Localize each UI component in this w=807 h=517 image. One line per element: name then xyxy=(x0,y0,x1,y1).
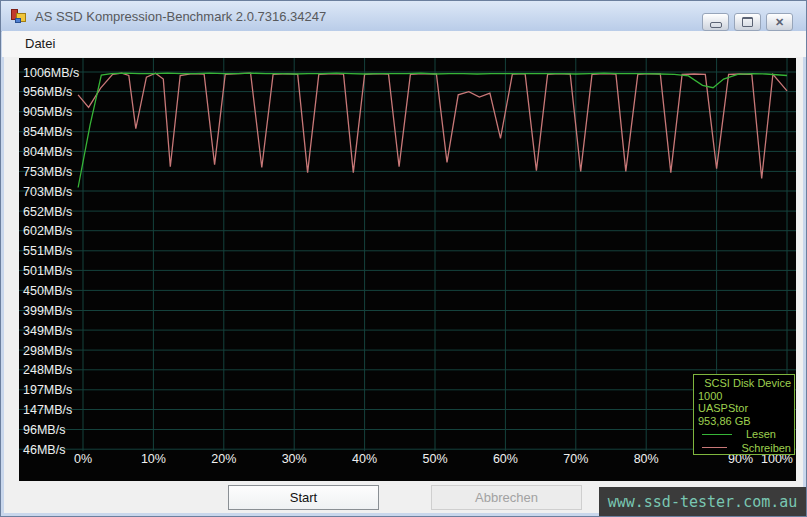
legend-driver: UASPStor xyxy=(698,402,791,415)
legend-capacity: 953,86 GB xyxy=(698,415,791,428)
y-axis-tick-label: 602MB/s xyxy=(23,224,72,238)
x-axis-tick-label: 0% xyxy=(74,452,92,466)
menu-item-datei[interactable]: Datei xyxy=(2,31,63,51)
y-axis-tick-label: 96MB/s xyxy=(23,423,65,437)
x-axis-tick-label: 50% xyxy=(422,452,447,466)
legend-firmware: 1000 xyxy=(698,390,791,403)
minimize-button[interactable] xyxy=(702,13,729,31)
chart-canvas: 1006MB/s956MB/s905MB/s854MB/s804MB/s753M… xyxy=(19,58,796,481)
window-controls: ✕ xyxy=(702,13,793,31)
app-icon-blue-square xyxy=(15,18,21,23)
x-axis-tick-label: 70% xyxy=(563,452,588,466)
legend-write-label: Schreiben xyxy=(741,442,791,455)
benchmark-chart: 1006MB/s956MB/s905MB/s854MB/s804MB/s753M… xyxy=(19,58,796,481)
y-axis-tick-label: 703MB/s xyxy=(23,185,72,199)
y-axis-tick-label: 450MB/s xyxy=(23,284,72,298)
y-axis-tick-label: 46MB/s xyxy=(23,443,65,457)
y-axis-tick-label: 147MB/s xyxy=(23,403,72,417)
y-axis-tick-label: 298MB/s xyxy=(23,344,72,358)
write-line-swatch xyxy=(702,447,727,448)
start-button[interactable]: Start xyxy=(228,485,379,510)
legend-read-label: Lesen xyxy=(746,428,776,441)
menubar: Datei xyxy=(2,31,807,57)
read-line-swatch xyxy=(702,434,732,435)
series-line-schreiben xyxy=(78,73,787,178)
y-axis-tick-label: 905MB/s xyxy=(23,105,72,119)
y-axis-tick-label: 956MB/s xyxy=(23,85,72,99)
x-axis-tick-label: 30% xyxy=(282,452,307,466)
y-axis-tick-label: 804MB/s xyxy=(23,145,72,159)
y-axis-tick-label: 399MB/s xyxy=(23,304,72,318)
close-button[interactable]: ✕ xyxy=(766,13,793,31)
y-axis-tick-label: 349MB/s xyxy=(23,324,72,338)
x-axis-tick-label: 10% xyxy=(141,452,166,466)
y-axis-tick-label: 652MB/s xyxy=(23,205,72,219)
maximize-icon xyxy=(742,17,753,27)
minimize-icon xyxy=(710,22,722,28)
y-axis-tick-label: 1006MB/s xyxy=(23,66,79,80)
watermark: www.ssd-tester.com.au xyxy=(599,487,806,516)
close-icon: ✕ xyxy=(775,17,784,28)
titlebar[interactable]: AS SSD Kompression-Benchmark 2.0.7316.34… xyxy=(1,1,806,32)
x-axis-tick-label: 40% xyxy=(352,452,377,466)
chart-legend: SCSI Disk Device 1000 UASPStor 953,86 GB… xyxy=(693,374,795,455)
maximize-button[interactable] xyxy=(734,13,761,31)
window-title: AS SSD Kompression-Benchmark 2.0.7316.34… xyxy=(35,9,326,24)
y-axis-tick-label: 854MB/s xyxy=(23,125,72,139)
legend-entry-read: Lesen xyxy=(698,428,791,441)
x-axis-tick-label: 80% xyxy=(634,452,659,466)
x-axis-tick-label: 60% xyxy=(493,452,518,466)
y-axis-tick-label: 753MB/s xyxy=(23,165,72,179)
abort-button: Abbrechen xyxy=(431,485,582,510)
y-axis-tick-label: 197MB/s xyxy=(23,383,72,397)
y-axis-tick-label: 501MB/s xyxy=(23,264,72,278)
x-axis-tick-label: 20% xyxy=(211,452,236,466)
y-axis-tick-label: 248MB/s xyxy=(23,363,72,377)
app-icon xyxy=(11,8,27,24)
legend-device-name: SCSI Disk Device xyxy=(698,377,791,390)
legend-entry-write: Schreiben xyxy=(698,442,791,455)
app-window: AS SSD Kompression-Benchmark 2.0.7316.34… xyxy=(0,0,807,517)
y-axis-tick-label: 551MB/s xyxy=(23,244,72,258)
